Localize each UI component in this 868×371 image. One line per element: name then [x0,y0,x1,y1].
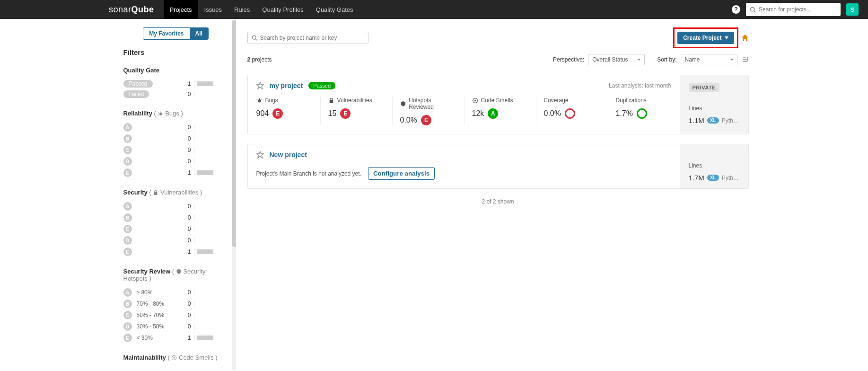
logo: sonarQube [109,5,154,15]
filter-reliability-d[interactable]: D0 [123,156,228,167]
filter-security-title: Security ( Vulnerabilities ) [123,189,228,196]
svg-line-5 [162,113,163,114]
svg-rect-8 [154,192,157,194]
nav-quality-profiles[interactable]: Quality Profiles [256,0,309,19]
nav-issues[interactable]: Issues [198,0,228,19]
project-name-link[interactable]: New project [270,151,307,159]
metric-duplications[interactable]: Duplications 1.7% [608,97,680,125]
filter-secrev-c[interactable]: C50% - 70%0 [123,309,228,321]
search-icon [252,35,257,41]
svg-line-1 [754,10,755,12]
bug-icon [256,97,263,104]
favorite-star[interactable] [256,151,264,159]
sortby-select[interactable]: Name [681,54,737,65]
metric-hotspots[interactable]: Hotspots Reviewed 0.0%E [393,97,465,125]
metric-vulnerabilities[interactable]: Vulnerabilities 15E [321,97,393,125]
tab-all[interactable]: All [190,28,208,39]
size-badge: XL [707,175,719,181]
filter-security-c[interactable]: C0 [123,223,228,235]
global-nav: Projects Issues Rules Quality Profiles Q… [164,0,359,19]
filters-sidebar: My Favorites All Filters Quality Gate Pa… [120,19,232,370]
filter-quality-gate-title: Quality Gate [123,67,228,74]
filters-heading: Filters [123,48,228,56]
user-avatar[interactable]: S [846,3,859,16]
global-search[interactable] [746,3,841,16]
filter-security-d[interactable]: D0 [123,235,228,246]
filter-security-b[interactable]: B0 [123,212,228,223]
filter-secrev-e[interactable]: E< 30%1 [123,332,228,344]
perspective-label: Perspective: [553,56,584,63]
lines-panel: Lines 1.7M XL Python, ... [680,144,748,188]
filter-reliability-c[interactable]: C0 [123,144,228,156]
project-card: New project Project's Main Branch is not… [247,144,749,189]
rating-badge: A [488,108,498,119]
not-analyzed-text: Project's Main Branch is not analyzed ye… [256,170,361,177]
global-search-input[interactable] [759,6,837,13]
metric-coverage[interactable]: Coverage 0.0% [536,97,608,125]
global-header: sonarQube Projects Issues Rules Quality … [0,0,868,19]
lock-icon [153,190,158,195]
svg-line-12 [255,39,257,40]
perspective-select[interactable]: Overall Status [588,54,645,65]
filter-qg-failed[interactable]: Failed 0 [123,89,228,99]
nav-rules[interactable]: Rules [228,0,256,19]
duplication-ring-icon [637,108,647,119]
svg-point-16 [258,99,261,103]
nav-projects[interactable]: Projects [164,0,198,19]
filter-secrev-b[interactable]: B70% - 80%0 [123,298,228,309]
svg-rect-20 [330,100,333,103]
svg-point-22 [474,99,475,101]
project-search-input[interactable] [260,35,364,41]
filter-maintainability-title: Maintainability ( Code Smells ) [123,354,228,361]
project-search[interactable] [247,32,368,44]
filter-reliability-a[interactable]: A0 [123,122,228,133]
sidebar-scrollbar[interactable] [232,20,236,370]
results-footer: 2 of 2 shown [247,198,749,205]
svg-point-0 [751,7,754,11]
code-smell-icon [472,97,478,104]
projects-count: 2 projects [247,56,272,63]
filter-reliability-b[interactable]: B0 [123,133,228,144]
scrollbar-thumb[interactable] [232,20,236,247]
svg-line-6 [158,115,159,115]
project-name-link[interactable]: my project [270,82,303,89]
create-project-highlight: Create Project [673,27,738,48]
project-card: my project Passed Last analysis: last mo… [247,75,749,134]
svg-point-11 [252,36,256,40]
help-icon[interactable]: ? [732,5,740,14]
svg-point-2 [159,113,162,115]
svg-line-19 [261,99,262,100]
home-icon[interactable] [741,34,749,42]
visibility-panel: PRIVATE [680,75,748,98]
metric-code-smells[interactable]: Code Smells 12kA [465,97,536,125]
lines-panel: Lines 1.1M XL Python, ... [680,98,748,134]
svg-line-18 [256,99,257,100]
main-content: Create Project 2 projects Perspective: O… [236,19,749,370]
metric-bugs[interactable]: Bugs 904E [256,97,321,125]
coverage-ring-icon [565,108,575,119]
bug-icon [158,111,164,116]
filter-security-e[interactable]: E1 [123,246,228,257]
tab-my-favorites[interactable]: My Favorites [143,28,189,39]
rating-badge: E [272,108,283,119]
size-badge: XL [707,117,719,124]
sort-direction-icon[interactable] [741,56,749,63]
failed-pill: Failed [123,90,149,98]
filter-security-review-title: Security Review ( Security Hotspots ) [123,268,228,282]
code-smell-icon [171,355,177,361]
sidebar-tabs: My Favorites All [143,27,209,40]
shield-icon [176,269,182,274]
filter-reliability-e[interactable]: E1 [123,167,228,178]
passed-pill: Passed [123,80,153,88]
filter-qg-passed[interactable]: Passed 1 [123,79,228,89]
configure-analysis-button[interactable]: Configure analysis [368,167,435,180]
favorite-star[interactable] [256,82,264,89]
rating-badge: E [421,115,431,125]
shield-icon [400,101,406,107]
nav-quality-gates[interactable]: Quality Gates [310,0,359,19]
filter-secrev-d[interactable]: D30% - 50%0 [123,321,228,332]
create-project-button[interactable]: Create Project [677,32,734,44]
filter-security-a[interactable]: A0 [123,201,228,212]
lock-icon [328,97,334,104]
filter-secrev-a[interactable]: A≥ 80%0 [123,287,228,298]
